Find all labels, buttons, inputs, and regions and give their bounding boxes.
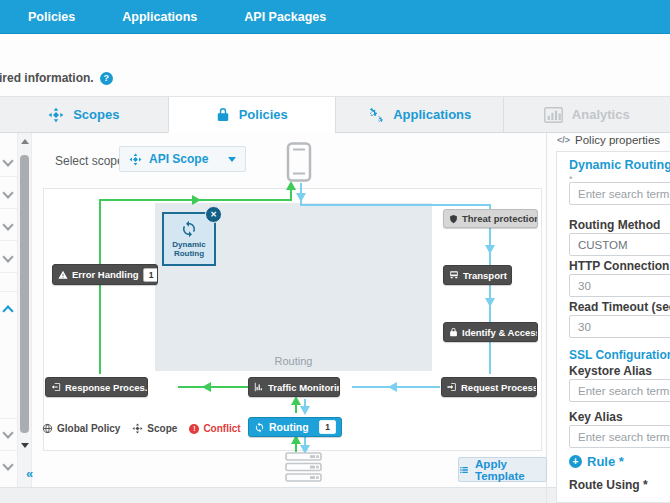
node-label: Response Proces...	[65, 382, 148, 393]
tab-applications[interactable]: Applications	[335, 97, 503, 132]
phone-icon	[286, 142, 312, 182]
policy-name-link[interactable]: Dynamic Routing	[569, 158, 670, 172]
nav-item-api-packages[interactable]: API Packages	[244, 10, 326, 24]
routing-method-value: CUSTOM	[578, 239, 628, 251]
app-window: Policies Applications API Packages ired …	[0, 0, 670, 503]
chevron-down-icon[interactable]	[2, 251, 13, 262]
chevron-down-icon	[228, 157, 236, 162]
node-label: Identify & Access	[462, 327, 538, 338]
tab-label: Analytics	[572, 107, 630, 122]
node-response-processing[interactable]: Response Proces... 0	[45, 377, 148, 397]
node-dynamic-routing[interactable]: Dynamic Routing ✕	[162, 212, 216, 266]
tab-policies[interactable]: Policies	[168, 97, 336, 133]
tab-bar: Scopes Policies Applications	[0, 96, 670, 133]
node-label: Threat protection	[462, 213, 538, 224]
node-request-processing[interactable]: Request Processi... 0	[441, 377, 537, 397]
plus-circle-icon: +	[569, 455, 582, 468]
nav-item-applications[interactable]: Applications	[122, 10, 197, 24]
scroll-down-icon[interactable]	[21, 443, 29, 448]
node-label: Routing	[269, 421, 309, 433]
node-traffic-monitoring[interactable]: Traffic Monitoring 1	[248, 377, 340, 397]
lock-icon	[216, 107, 230, 122]
apply-template-label: Apply Template	[475, 458, 546, 482]
routing-method-label: Routing Method	[569, 218, 660, 232]
rule-link-label: Rule *	[587, 454, 624, 469]
node-threat-protection[interactable]: Threat protection 3	[443, 209, 538, 228]
scroll-up-icon[interactable]	[21, 139, 29, 144]
panel-divider	[546, 131, 547, 503]
read-timeout-label: Read Timeout (seconds)	[569, 300, 670, 314]
chevron-down-icon[interactable]	[2, 459, 13, 470]
chevron-down-icon[interactable]	[2, 187, 13, 198]
policy-properties-header: </> Policy properties	[557, 134, 660, 146]
chevron-down-icon[interactable]	[2, 155, 13, 166]
legend-label: Scope	[147, 423, 177, 434]
transport-icon	[449, 270, 459, 280]
sign-out-icon	[51, 382, 61, 392]
policy-search-input[interactable]	[569, 182, 670, 205]
route-using-label: Route Using *	[569, 478, 648, 492]
apply-template-button[interactable]: Apply Template	[458, 457, 547, 482]
keystore-alias-input[interactable]	[569, 379, 670, 402]
rule-add-link[interactable]: + Rule *	[569, 454, 624, 469]
scrollbar-thumb[interactable]	[20, 155, 29, 433]
http-timeout-input[interactable]	[569, 274, 670, 297]
node-label: Transport	[463, 270, 507, 281]
node-label: Traffic Monitoring	[268, 382, 340, 393]
scope-move-icon	[129, 153, 142, 166]
server-icon	[285, 452, 322, 483]
policy-properties-title: Policy properties	[575, 134, 660, 146]
left-tree-strip	[0, 131, 18, 487]
key-alias-input[interactable]	[569, 425, 670, 448]
top-navbar: Policies Applications API Packages	[0, 0, 670, 34]
legend-global-policy: Global Policy	[42, 423, 120, 434]
collapse-panel-button[interactable]: «	[26, 466, 33, 481]
conflict-icon: !	[189, 424, 199, 434]
node-count-badge: 1	[511, 268, 512, 282]
tab-label: Scopes	[73, 107, 119, 122]
diagram-legend: Global Policy Scope ! Conflict	[42, 423, 241, 434]
bar-chart-icon	[544, 107, 563, 123]
vertical-scrollbar[interactable]	[18, 131, 32, 487]
bar-chart-icon	[254, 382, 264, 392]
gears-icon	[367, 107, 384, 123]
node-label: Request Processi...	[461, 382, 537, 393]
node-label: Dynamic Routing	[164, 240, 214, 258]
node-count-badge: 1	[143, 268, 158, 282]
http-timeout-label: HTTP Connection Timeout	[569, 259, 670, 273]
read-timeout-input[interactable]	[569, 315, 670, 338]
ssl-configuration-link[interactable]: SSL Configuration	[569, 348, 670, 362]
key-alias-label: Key Alias	[569, 410, 623, 424]
node-routing[interactable]: Routing 1	[248, 417, 342, 437]
legend-label: Global Policy	[57, 423, 120, 434]
tab-analytics[interactable]: Analytics	[503, 97, 670, 132]
chevron-up-icon[interactable]	[2, 305, 13, 316]
chevron-down-icon[interactable]	[2, 219, 13, 230]
scope-dropdown-value: API Scope	[149, 152, 208, 166]
node-count-badge: 1	[319, 420, 336, 434]
info-bar: ired information. ?	[0, 71, 113, 85]
node-transport[interactable]: Transport 1	[443, 265, 512, 285]
sign-in-icon	[447, 382, 457, 392]
routing-method-select[interactable]: CUSTOM	[569, 233, 670, 256]
scope-dropdown[interactable]: API Scope	[119, 146, 246, 172]
node-error-handling[interactable]: Error Handling 1	[52, 264, 158, 285]
node-label: Error Handling	[72, 269, 139, 280]
chevron-down-icon[interactable]	[2, 427, 13, 438]
shield-icon	[449, 214, 458, 224]
node-identity-access[interactable]: Identify & Access 1	[443, 322, 538, 342]
policy-properties-panel: Dynamic Routing * Routing Method CUSTOM …	[556, 151, 670, 503]
legend-label: Conflict	[203, 423, 240, 434]
list-icon	[459, 464, 469, 476]
close-icon[interactable]: ✕	[205, 206, 222, 223]
help-icon[interactable]: ?	[100, 72, 113, 85]
sync-icon	[180, 220, 198, 238]
tab-scopes[interactable]: Scopes	[0, 97, 168, 132]
nav-item-policies[interactable]: Policies	[28, 10, 75, 24]
globe-icon	[42, 423, 53, 434]
legend-conflict: ! Conflict	[189, 423, 240, 434]
tab-label: Applications	[393, 107, 471, 122]
sync-icon	[254, 422, 265, 433]
scope-move-icon	[48, 107, 64, 123]
warning-icon	[58, 270, 68, 280]
